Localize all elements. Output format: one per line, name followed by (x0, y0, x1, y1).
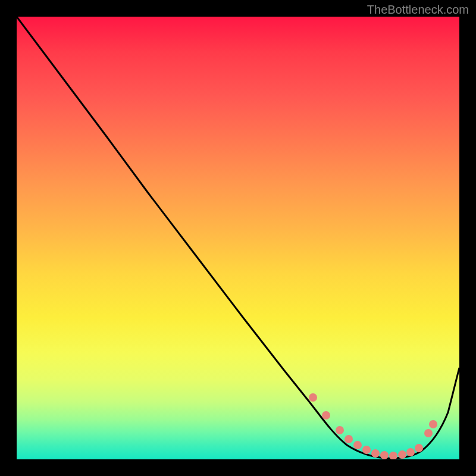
marker-dot (380, 451, 389, 459)
attribution-text: TheBottleneck.com (367, 3, 469, 17)
marker-dot (336, 426, 344, 434)
curve-overlay (17, 17, 459, 459)
marker-dot (424, 429, 433, 437)
chart-plot-area (17, 17, 459, 459)
marker-dot (353, 441, 362, 449)
marker-dot (398, 450, 406, 459)
marker-dot (371, 449, 380, 458)
bottleneck-line (17, 17, 459, 458)
marker-dot (322, 411, 330, 419)
marker-dot (415, 444, 423, 452)
chart-container: TheBottleneck.com (0, 0, 476, 476)
marker-dot (309, 393, 317, 402)
marker-dot (389, 452, 397, 459)
marker-dot (345, 435, 353, 443)
marker-dot (362, 446, 371, 454)
marker-dot (429, 420, 437, 428)
marker-dot (406, 448, 415, 456)
